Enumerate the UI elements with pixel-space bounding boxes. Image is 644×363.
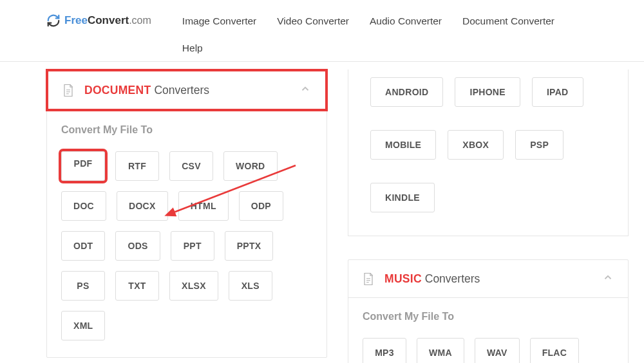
chevron-up-icon[interactable] xyxy=(299,83,311,97)
logo-text: FreeConvert.com xyxy=(64,14,151,27)
chip-flac[interactable]: FLAC xyxy=(530,338,580,363)
device-panel-body: ANDROID IPHONE IPAD MOBILE XBOX PSP KIND… xyxy=(348,70,629,236)
device-chips-row3: KINDLE xyxy=(348,180,628,219)
music-title-rest: Converters xyxy=(422,272,480,285)
nav-video-converter[interactable]: Video Converter xyxy=(277,15,349,27)
chip-android[interactable]: ANDROID xyxy=(370,77,443,107)
left-column: DOCUMENT Converters Convert My File To P… xyxy=(46,70,327,363)
logo-convert: Convert xyxy=(88,14,129,26)
chip-odp[interactable]: ODP xyxy=(239,191,283,221)
chip-xbox[interactable]: XBOX xyxy=(448,130,504,160)
chip-iphone[interactable]: IPHONE xyxy=(455,77,520,107)
document-panel-title: DOCUMENT Converters xyxy=(84,84,209,97)
document-title-rest: Converters xyxy=(151,84,209,97)
site-header: FreeConvert.com Image Converter Video Co… xyxy=(0,0,644,62)
chip-ppt[interactable]: PPT xyxy=(171,231,214,261)
chip-pdf[interactable]: PDF xyxy=(61,151,105,181)
nav-audio-converter[interactable]: Audio Converter xyxy=(370,15,442,27)
chip-psp[interactable]: PSP xyxy=(515,130,564,160)
document-panel: DOCUMENT Converters Convert My File To P… xyxy=(46,70,327,358)
chip-kindle[interactable]: KINDLE xyxy=(370,183,435,212)
nav-image-converter[interactable]: Image Converter xyxy=(182,15,256,27)
refresh-icon xyxy=(46,14,61,28)
chip-wav[interactable]: WAV xyxy=(475,338,520,363)
document-chips: PDF RTF CSV WORD DOC DOCX HTML ODP ODT O… xyxy=(61,151,312,340)
chip-mobile[interactable]: MOBILE xyxy=(370,130,436,160)
music-panel-title: MUSIC Converters xyxy=(384,272,480,286)
music-title-highlight: MUSIC xyxy=(384,272,422,285)
chip-mp3[interactable]: MP3 xyxy=(363,338,406,363)
chip-word[interactable]: WORD xyxy=(223,151,278,181)
chip-txt[interactable]: TXT xyxy=(115,271,159,301)
music-panel-header[interactable]: MUSIC Converters xyxy=(348,260,628,298)
logo-free: Free xyxy=(64,14,88,26)
chip-csv[interactable]: CSV xyxy=(169,151,213,181)
right-column: ANDROID IPHONE IPAD MOBILE XBOX PSP KIND… xyxy=(348,70,629,363)
document-icon xyxy=(363,272,374,285)
logo[interactable]: FreeConvert.com xyxy=(46,14,151,28)
chip-wma[interactable]: WMA xyxy=(417,338,464,363)
device-chips-row2: MOBILE XBOX PSP xyxy=(348,127,628,166)
content: DOCUMENT Converters Convert My File To P… xyxy=(0,62,644,363)
document-panel-body: Convert My File To PDF RTF CSV WORD DOC … xyxy=(47,111,327,357)
chip-ods[interactable]: ODS xyxy=(115,231,160,261)
main-nav: Image Converter Video Converter Audio Co… xyxy=(182,5,569,54)
document-icon xyxy=(62,84,74,97)
device-chips: ANDROID IPHONE IPAD xyxy=(348,75,628,113)
chip-xls[interactable]: XLS xyxy=(229,271,272,301)
chip-ps[interactable]: PS xyxy=(61,271,105,301)
nav-document-converter[interactable]: Document Converter xyxy=(462,15,554,27)
document-subtitle: Convert My File To xyxy=(61,124,312,136)
music-subtitle: Convert My File To xyxy=(363,311,614,322)
document-title-highlight: DOCUMENT xyxy=(84,84,151,97)
chip-pptx[interactable]: PPTX xyxy=(225,231,274,261)
document-panel-header[interactable]: DOCUMENT Converters xyxy=(46,69,328,111)
logo-com: .com xyxy=(129,15,151,26)
chip-html[interactable]: HTML xyxy=(178,191,229,221)
chip-odt[interactable]: ODT xyxy=(61,231,105,261)
chip-docx[interactable]: DOCX xyxy=(117,191,168,221)
chip-ipad[interactable]: IPAD xyxy=(532,77,583,107)
chip-xml[interactable]: XML xyxy=(61,311,105,340)
chevron-up-icon[interactable] xyxy=(602,272,614,286)
music-chips: MP3 WMA WAV FLAC xyxy=(363,338,614,363)
chip-doc[interactable]: DOC xyxy=(61,191,106,221)
chip-rtf[interactable]: RTF xyxy=(115,151,159,181)
chip-xlsx[interactable]: XLSX xyxy=(169,271,218,301)
music-panel: MUSIC Converters Convert My File To MP3 … xyxy=(348,259,629,363)
music-panel-body: Convert My File To MP3 WMA WAV FLAC xyxy=(348,298,628,363)
nav-help[interactable]: Help xyxy=(182,42,203,54)
